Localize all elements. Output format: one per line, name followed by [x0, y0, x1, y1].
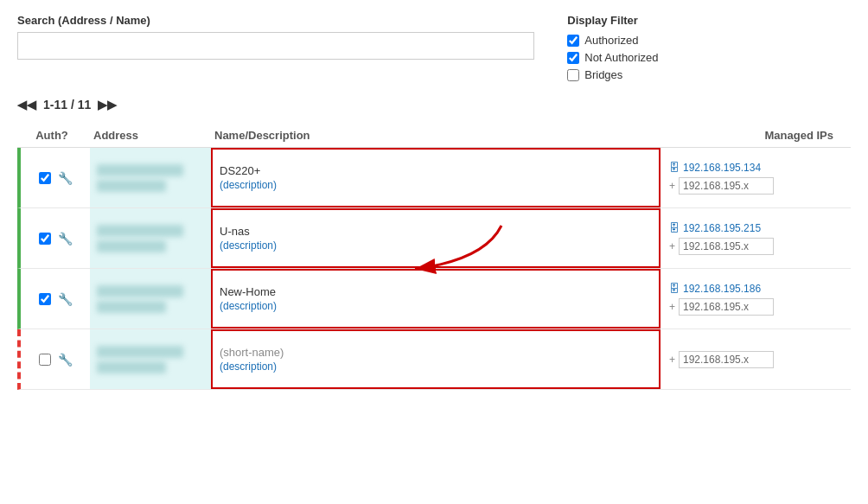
- search-input[interactable]: [17, 32, 534, 60]
- ip-add-icon-4: +: [669, 354, 675, 366]
- ip-link-2[interactable]: 192.168.195.215: [683, 222, 761, 234]
- address-cell-3: [90, 269, 211, 329]
- device-name-4: (short-name): [220, 346, 652, 359]
- auth-cell-2: 🔧: [21, 208, 90, 268]
- col-name: Name/Description: [207, 129, 661, 142]
- auth-cell-1: 🔧: [21, 148, 90, 207]
- device-desc-1: (description): [220, 179, 652, 191]
- ip-stack-icon-3: 🗄: [669, 283, 680, 295]
- col-address: Address: [86, 129, 207, 142]
- ip-row-add-1: +: [669, 177, 842, 195]
- ip-add-icon-2: +: [669, 240, 675, 252]
- ip-add-icon-3: +: [669, 301, 675, 313]
- ip-link-1[interactable]: 192.168.195.134: [683, 162, 761, 174]
- wrench-icon-2[interactable]: 🔧: [58, 232, 73, 246]
- auth-checkbox-4[interactable]: [39, 354, 51, 366]
- addr-blur-3b: [97, 301, 166, 313]
- ip-stack-icon-1: 🗄: [669, 162, 680, 174]
- device-name-2: U-nas: [220, 225, 652, 238]
- name-cell-1: DS220+ (description): [211, 148, 661, 207]
- address-cell-1: [90, 148, 211, 207]
- filter-bridges-label: Bridges: [584, 68, 622, 81]
- pagination-bar: ◀◀ 1-11 / 11 ▶▶: [17, 98, 851, 112]
- device-table: Auth? Address Name/Description Managed I…: [17, 124, 851, 390]
- name-cell-4: (short-name) (description): [211, 329, 661, 389]
- ip-cell-2: 🗄 192.168.195.215 +: [661, 208, 851, 268]
- col-ips: Managed IPs: [661, 129, 851, 142]
- device-desc-4: (description): [220, 360, 652, 373]
- ip-row-add-2: +: [669, 238, 842, 255]
- address-cell-4: [90, 329, 211, 389]
- ip-row-add-4: +: [669, 351, 842, 368]
- table-row: 🔧 (short-name) (description) +: [17, 329, 851, 390]
- table-row: 🔧 New-Home (description) 🗄 192.168.195.1…: [17, 269, 851, 329]
- page-range: 1-11 / 11: [43, 98, 91, 112]
- table-row: 🔧 U-nas (description) 🗄 192.168.195.215: [17, 208, 851, 269]
- ip-row-main-3: 🗄 192.168.195.186: [669, 283, 842, 295]
- ip-link-3[interactable]: 192.168.195.186: [683, 283, 761, 295]
- filter-bridges-checkbox[interactable]: [567, 69, 579, 81]
- filter-not-authorized: Not Authorized: [567, 51, 851, 64]
- auth-checkbox-1[interactable]: [39, 172, 51, 184]
- ip-cell-3: 🗄 192.168.195.186 +: [661, 269, 851, 329]
- table-row: 🔧 DS220+ (description) 🗄 192.168.195.134: [17, 148, 851, 208]
- device-name-1: DS220+: [220, 164, 652, 177]
- ip-cell-4: +: [661, 329, 851, 389]
- table-body: 🔧 DS220+ (description) 🗄 192.168.195.134: [17, 148, 851, 390]
- ip-stack-icon-2: 🗄: [669, 222, 680, 234]
- wrench-icon-4[interactable]: 🔧: [58, 353, 73, 367]
- addr-blur-2b: [97, 240, 166, 252]
- filter-authorized-label: Authorized: [584, 34, 638, 47]
- next-page-button[interactable]: ▶▶: [98, 98, 117, 112]
- search-label: Search (Address / Name): [17, 14, 534, 27]
- filter-section: Display Filter Authorized Not Authorized…: [567, 14, 851, 86]
- filter-bridges: Bridges: [567, 68, 851, 81]
- auth-checkbox-2[interactable]: [39, 233, 51, 245]
- filter-not-authorized-checkbox[interactable]: [567, 52, 579, 64]
- filter-authorized-checkbox[interactable]: [567, 35, 579, 47]
- addr-blur-4: [97, 346, 183, 358]
- addr-blur-1b: [97, 180, 166, 192]
- device-name-3: New-Home: [220, 285, 652, 298]
- search-section: Search (Address / Name): [17, 14, 534, 60]
- device-desc-2: (description): [220, 239, 652, 252]
- ip-row-main-2: 🗄 192.168.195.215: [669, 222, 842, 234]
- table-header: Auth? Address Name/Description Managed I…: [17, 124, 851, 148]
- prev-page-button[interactable]: ◀◀: [17, 98, 36, 112]
- ip-add-input-4[interactable]: [679, 351, 774, 368]
- auth-checkbox-3[interactable]: [39, 293, 51, 305]
- ip-add-icon-1: +: [669, 180, 675, 192]
- addr-blur-1: [97, 164, 183, 176]
- name-cell-2: U-nas (description): [211, 208, 661, 268]
- filter-not-authorized-label: Not Authorized: [584, 51, 658, 64]
- addr-blur-3: [97, 285, 183, 297]
- ip-cell-1: 🗄 192.168.195.134 +: [661, 148, 851, 207]
- address-cell-2: [90, 208, 211, 268]
- ip-row-add-3: +: [669, 298, 842, 316]
- wrench-icon-1[interactable]: 🔧: [58, 171, 73, 185]
- auth-cell-4: 🔧: [21, 329, 90, 389]
- col-auth: Auth?: [17, 129, 86, 142]
- name-cell-3: New-Home (description): [211, 269, 661, 329]
- ip-add-input-2[interactable]: [679, 238, 774, 255]
- ip-add-input-3[interactable]: [679, 298, 774, 316]
- filter-title: Display Filter: [567, 14, 851, 27]
- addr-blur-4b: [97, 361, 166, 373]
- wrench-icon-3[interactable]: 🔧: [58, 292, 73, 306]
- ip-row-main-1: 🗄 192.168.195.134: [669, 162, 842, 174]
- ip-add-input-1[interactable]: [679, 177, 774, 195]
- addr-blur-2: [97, 225, 183, 237]
- filter-authorized: Authorized: [567, 34, 851, 47]
- auth-cell-3: 🔧: [21, 269, 90, 329]
- device-desc-3: (description): [220, 300, 652, 312]
